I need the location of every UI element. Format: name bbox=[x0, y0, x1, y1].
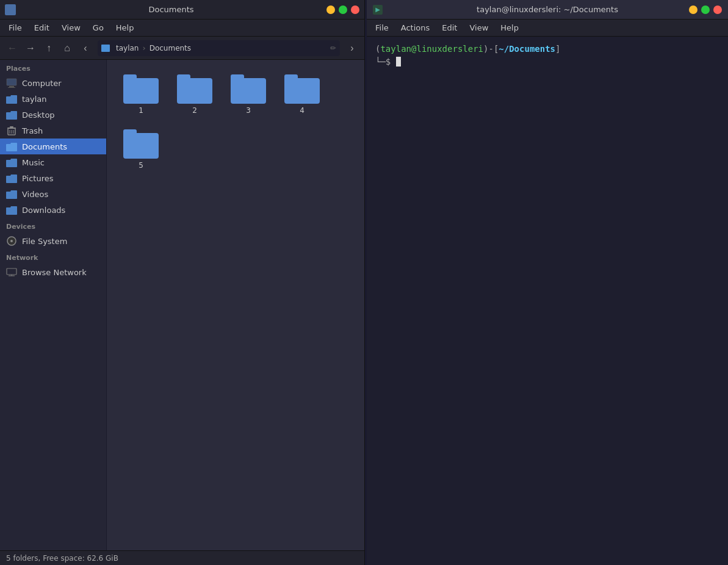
sidebar-music-label: Music bbox=[22, 158, 45, 167]
terminal-menu-edit[interactable]: Edit bbox=[437, 21, 462, 34]
content-area: Places Computer taylan bbox=[0, 60, 364, 550]
sidebar-item-taylan[interactable]: taylan bbox=[0, 91, 106, 107]
breadcrumb-home[interactable]: taylan bbox=[114, 44, 141, 52]
next-button[interactable]: › bbox=[344, 40, 361, 57]
term-close-paren: )-[ bbox=[483, 44, 499, 54]
sidebar-taylan-label: taylan bbox=[22, 95, 47, 104]
sidebar-browse-network-label: Browse Network bbox=[22, 268, 87, 277]
places-section-label: Places bbox=[0, 60, 106, 75]
sidebar-documents-label: Documents bbox=[22, 142, 67, 151]
sidebar-item-trash[interactable]: Trash bbox=[0, 123, 106, 139]
breadcrumb-current[interactable]: Documents bbox=[147, 44, 193, 52]
sidebar-trash-label: Trash bbox=[22, 126, 43, 135]
folder-3-label: 3 bbox=[246, 106, 251, 115]
file-area: 1 2 3 bbox=[107, 60, 364, 550]
close-button[interactable] bbox=[351, 5, 359, 14]
terminal-maximize-button[interactable] bbox=[701, 5, 710, 14]
sidebar-item-videos[interactable]: Videos bbox=[0, 186, 106, 202]
terminal-menu-help[interactable]: Help bbox=[496, 21, 524, 34]
file-manager-menubar: File Edit View Go Help bbox=[0, 20, 364, 37]
terminal-menu-file[interactable]: File bbox=[370, 21, 394, 34]
file-manager-app-icon bbox=[5, 4, 16, 15]
svg-rect-0 bbox=[7, 79, 16, 85]
folder-3-icon bbox=[231, 74, 266, 104]
file-manager-window: Documents File Edit View Go Help ← → ↑ ⌂… bbox=[0, 0, 365, 565]
folder-5-label: 5 bbox=[139, 161, 143, 170]
sidebar-item-filesystem[interactable]: File System bbox=[0, 233, 106, 249]
terminal-title: taylan@linuxdersleri: ~/Documents bbox=[367, 5, 728, 14]
downloads-folder-icon bbox=[6, 205, 17, 215]
sidebar-desktop-label: Desktop bbox=[22, 110, 55, 120]
terminal-menu-view[interactable]: View bbox=[464, 21, 493, 34]
terminal-app-icon: ▶ bbox=[373, 5, 383, 15]
sidebar-downloads-label: Downloads bbox=[22, 206, 65, 215]
sidebar-item-browse-network[interactable]: Browse Network bbox=[0, 264, 106, 280]
breadcrumb-separator: › bbox=[142, 43, 145, 52]
folder-5[interactable]: 5 bbox=[117, 124, 165, 175]
terminal-titlebar: ▶ taylan@linuxdersleri: ~/Documents bbox=[367, 0, 728, 20]
statusbar: 5 folders, Free space: 62.6 GiB bbox=[0, 550, 364, 565]
term-path-close: ] bbox=[555, 44, 560, 54]
sidebar-item-computer[interactable]: Computer bbox=[0, 75, 106, 91]
svg-rect-5 bbox=[10, 126, 13, 128]
computer-icon bbox=[6, 78, 17, 88]
toolbar: ← → ↑ ⌂ ‹ taylan › Documents ✏ › bbox=[0, 37, 364, 60]
desktop-folder-icon bbox=[6, 110, 17, 120]
folder-2-icon bbox=[177, 74, 212, 104]
svg-rect-4 bbox=[7, 128, 16, 129]
sidebar-item-downloads[interactable]: Downloads bbox=[0, 202, 106, 218]
minimize-button[interactable] bbox=[326, 5, 335, 14]
file-manager-titlebar: Documents bbox=[0, 0, 364, 20]
prev-button[interactable]: ‹ bbox=[77, 40, 94, 57]
folder-3[interactable]: 3 bbox=[224, 70, 273, 120]
svg-point-10 bbox=[10, 240, 13, 242]
music-folder-icon bbox=[6, 157, 17, 167]
documents-folder-icon bbox=[6, 142, 17, 151]
network-icon bbox=[6, 267, 17, 277]
svg-rect-1 bbox=[9, 86, 14, 87]
filesystem-icon bbox=[6, 236, 17, 246]
network-section-label: Network bbox=[0, 249, 106, 264]
files-grid: 1 2 3 bbox=[117, 70, 355, 175]
menu-go[interactable]: Go bbox=[88, 21, 109, 34]
breadcrumb-edit-button[interactable]: ✏ bbox=[330, 44, 336, 52]
home-button[interactable]: ⌂ bbox=[59, 40, 76, 57]
menu-file[interactable]: File bbox=[4, 21, 27, 34]
terminal-window-buttons bbox=[689, 5, 722, 14]
terminal-body[interactable]: (taylan@linuxdersleri)-[~/Documents] └─$ bbox=[367, 37, 728, 565]
breadcrumb-folder-icon bbox=[101, 45, 110, 52]
menu-view[interactable]: View bbox=[57, 21, 85, 34]
pictures-folder-icon bbox=[6, 173, 17, 183]
terminal-close-button[interactable] bbox=[713, 5, 722, 14]
sidebar-item-music[interactable]: Music bbox=[0, 154, 106, 170]
maximize-button[interactable] bbox=[339, 5, 347, 14]
back-button[interactable]: ← bbox=[4, 40, 21, 57]
folder-1[interactable]: 1 bbox=[117, 70, 165, 120]
devices-section-label: Devices bbox=[0, 218, 106, 233]
sidebar-item-pictures[interactable]: Pictures bbox=[0, 170, 106, 186]
folder-5-icon bbox=[123, 129, 159, 159]
menu-help[interactable]: Help bbox=[111, 21, 139, 34]
sidebar-pictures-label: Pictures bbox=[22, 174, 53, 183]
term-hostname: linuxdersleri bbox=[416, 44, 483, 54]
file-manager-title: Documents bbox=[16, 5, 326, 14]
folder-2[interactable]: 2 bbox=[170, 70, 219, 120]
menu-edit[interactable]: Edit bbox=[29, 21, 54, 34]
videos-folder-icon bbox=[6, 189, 17, 199]
term-dollar-sign: └─$ bbox=[375, 57, 391, 67]
svg-rect-2 bbox=[8, 87, 15, 88]
folder-2-label: 2 bbox=[192, 106, 197, 115]
sidebar-filesystem-label: File System bbox=[22, 237, 67, 246]
svg-rect-11 bbox=[7, 268, 16, 275]
sidebar-item-documents[interactable]: Documents bbox=[0, 139, 106, 154]
terminal-minimize-button[interactable] bbox=[689, 5, 697, 14]
taylan-folder-icon bbox=[6, 94, 17, 104]
breadcrumb: taylan › Documents ✏ bbox=[98, 40, 340, 56]
folder-4[interactable]: 4 bbox=[278, 70, 326, 120]
terminal-menu-actions[interactable]: Actions bbox=[396, 21, 435, 34]
up-button[interactable]: ↑ bbox=[40, 40, 57, 57]
sidebar-item-desktop[interactable]: Desktop bbox=[0, 107, 106, 123]
forward-button[interactable]: → bbox=[22, 40, 39, 57]
sidebar-computer-label: Computer bbox=[22, 79, 62, 88]
folder-4-label: 4 bbox=[300, 106, 305, 115]
